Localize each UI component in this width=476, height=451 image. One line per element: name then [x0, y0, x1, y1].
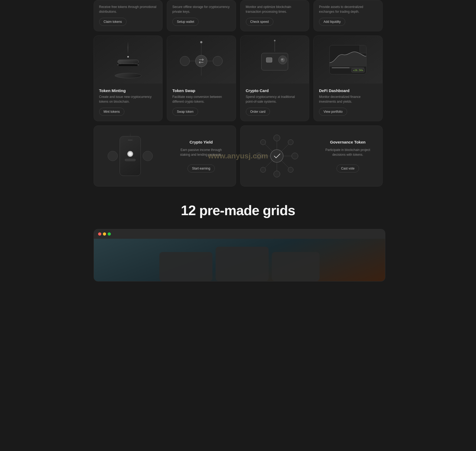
svg-point-2: [117, 64, 119, 65]
crypto-card-card: Crypto Card Spend cryptocurrency at trad…: [240, 36, 309, 121]
tx-speed-desc: Monitor and optimize blockchain transact…: [246, 5, 304, 14]
crypto-yield-desc: Earn passive income through staking and …: [177, 148, 225, 157]
view-portfolio-button[interactable]: View portfolio: [319, 108, 347, 116]
swap-token-button[interactable]: Swap token: [172, 108, 198, 116]
airdrop-desc: Receive free tokens through promotional …: [99, 5, 157, 14]
svg-point-34: [288, 140, 293, 145]
svg-point-11: [274, 40, 276, 41]
check-speed-button[interactable]: Check speed: [246, 18, 273, 26]
section-heading: 12 pre-made grids: [94, 202, 383, 218]
svg-point-6: [180, 56, 190, 66]
cold-storage-desc: Secure offline storage for cryptocurrenc…: [172, 5, 230, 14]
browser-minimize-dot: [103, 232, 106, 236]
browser-content: [94, 239, 385, 281]
governance-token-card: Governance Token Participate in blockcha…: [240, 125, 383, 187]
crypto-yield-card: Crypto Yield Earn passive income through…: [94, 125, 236, 187]
svg-line-1: [132, 63, 138, 65]
cold-storage-card: Secure offline storage for cryptocurrenc…: [167, 0, 236, 31]
svg-point-30: [274, 171, 280, 177]
svg-point-3: [137, 64, 139, 65]
token-minting-visual: [94, 36, 163, 84]
tx-speed-card: Monitor and optimize blockchain transact…: [240, 0, 309, 31]
crypto-yield-title: Crypto Yield: [190, 140, 213, 144]
token-swap-title: Token Swap: [172, 88, 230, 93]
svg-rect-13: [266, 58, 272, 62]
token-minting-card: Token Minting Create and issue new crypt…: [94, 36, 163, 121]
setup-wallet-button[interactable]: Setup wallet: [172, 18, 199, 26]
governance-token-content: Governance Token Participate in blockcha…: [313, 126, 382, 186]
crypto-yield-visual: [94, 126, 167, 186]
browser-mini-card-2: [216, 247, 269, 281]
add-liquidity-button[interactable]: Add liquidity: [319, 18, 345, 26]
defi-badge: +26.56%: [351, 68, 365, 72]
svg-point-31: [256, 153, 262, 159]
svg-line-0: [118, 63, 124, 65]
crypto-card-title: Crypto Card: [246, 88, 304, 93]
defi-dashboard-desc: Monitor decentralized finance investment…: [319, 94, 377, 104]
order-card-button[interactable]: Order card: [246, 108, 270, 116]
svg-point-8: [213, 56, 222, 66]
svg-point-33: [260, 140, 266, 145]
browser-mini-card-1: [159, 252, 212, 281]
svg-point-20: [281, 59, 283, 60]
token-minting-desc: Create and issue new cryptocurrency toke…: [99, 94, 157, 104]
start-earning-button[interactable]: Start earning: [187, 164, 215, 172]
browser-mockup: [94, 229, 385, 281]
svg-point-9: [200, 41, 202, 43]
crypto-yield-content: Crypto Yield Earn passive income through…: [167, 126, 236, 186]
token-minting-title: Token Minting: [99, 88, 157, 93]
defi-dashboard-visual: +26.56%: [314, 36, 382, 84]
browser-toolbar: [94, 229, 385, 239]
svg-point-35: [260, 167, 266, 172]
token-swap-visual: [167, 36, 236, 84]
mint-tokens-button[interactable]: Mint tokens: [99, 108, 124, 116]
governance-token-desc: Participate in blockchain project decisi…: [324, 148, 372, 157]
airdrop-card: Receive free tokens through promotional …: [94, 0, 163, 31]
crypto-card-desc: Spend cryptocurrency at traditional poin…: [246, 94, 304, 104]
browser-maximize-dot: [108, 232, 111, 236]
browser-mini-card-3: [272, 252, 320, 281]
cast-vote-button[interactable]: Cast vote: [337, 164, 359, 172]
governance-token-visual: [241, 126, 313, 186]
liquidity-desc: Provide assets to decentralized exchange…: [319, 5, 377, 14]
svg-point-32: [292, 153, 298, 159]
browser-close-dot: [98, 232, 101, 236]
claim-tokens-button[interactable]: Claim tokens: [99, 18, 126, 26]
svg-point-29: [274, 135, 280, 141]
liquidity-card: Provide assets to decentralized exchange…: [313, 0, 383, 31]
crypto-card-visual: [241, 36, 309, 84]
token-swap-desc: Facilitate easy conversion between diffe…: [172, 94, 230, 104]
governance-token-title: Governance Token: [330, 140, 366, 144]
svg-point-37: [270, 150, 283, 162]
defi-dashboard-title: DeFi Dashboard: [319, 88, 377, 93]
svg-point-36: [288, 167, 293, 172]
svg-point-7: [195, 55, 207, 67]
token-swap-card: Token Swap Facilitate easy conversion be…: [167, 36, 236, 121]
defi-dashboard-card: +26.56% DeFi Dashboard Monitor decentral…: [313, 36, 383, 121]
